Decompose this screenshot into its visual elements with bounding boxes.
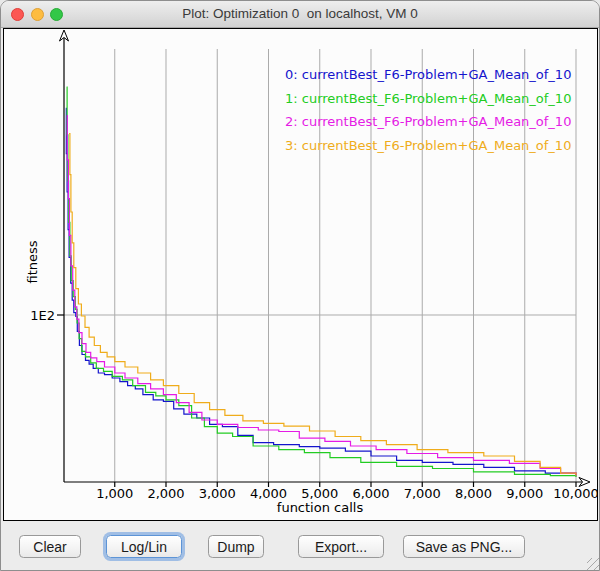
x-axis-title: function calls bbox=[277, 500, 364, 515]
legend-item: 3: currentBest_F6-Problem+GA_Mean_of_10 bbox=[285, 134, 571, 158]
export-button[interactable]: Export... bbox=[298, 535, 384, 558]
y-tick-label: 1E2 bbox=[30, 308, 55, 323]
x-tick-label: 3,000 bbox=[199, 486, 236, 501]
y-axis-title: fitness bbox=[25, 240, 40, 283]
plot-panel: 1E2 fitness function calls 1,0002,0003,0… bbox=[3, 28, 598, 521]
series-line-3 bbox=[69, 134, 576, 476]
titlebar[interactable]: Plot: Optimization 0 on localhost, VM 0 bbox=[1, 1, 599, 28]
dump-button[interactable]: Dump bbox=[208, 535, 264, 558]
x-tick-label: 9,000 bbox=[506, 486, 543, 501]
window-title: Plot: Optimization 0 on localhost, VM 0 bbox=[1, 1, 599, 28]
x-tick-labels: 1,0002,0003,0004,0005,0006,0007,0008,000… bbox=[96, 486, 597, 501]
legend-item: 0: currentBest_F6-Problem+GA_Mean_of_10 bbox=[285, 63, 571, 87]
button-bar: Clear Log/Lin Dump Export... Save as PNG… bbox=[1, 521, 600, 571]
x-tick-label: 10,000 bbox=[553, 486, 597, 501]
series-line-2 bbox=[67, 116, 576, 476]
x-tick-label: 6,000 bbox=[352, 486, 389, 501]
save-as-png-button[interactable]: Save as PNG... bbox=[403, 535, 525, 558]
x-tick-label: 5,000 bbox=[301, 486, 338, 501]
x-tick-label: 1,000 bbox=[96, 486, 133, 501]
resize-grip-icon[interactable] bbox=[587, 558, 600, 571]
legend: 0: currentBest_F6-Problem+GA_Mean_of_101… bbox=[285, 63, 571, 157]
clear-button[interactable]: Clear bbox=[19, 535, 81, 558]
series-line-0 bbox=[66, 108, 576, 475]
plot-window: Plot: Optimization 0 on localhost, VM 0 … bbox=[0, 0, 600, 571]
x-tick-label: 2,000 bbox=[147, 486, 184, 501]
x-tick-label: 8,000 bbox=[455, 486, 492, 501]
legend-item: 2: currentBest_F6-Problem+GA_Mean_of_10 bbox=[285, 110, 571, 134]
x-tick-label: 7,000 bbox=[404, 486, 441, 501]
x-tick-label: 4,000 bbox=[250, 486, 287, 501]
log-lin-button[interactable]: Log/Lin bbox=[106, 535, 182, 558]
legend-item: 1: currentBest_F6-Problem+GA_Mean_of_10 bbox=[285, 87, 571, 111]
